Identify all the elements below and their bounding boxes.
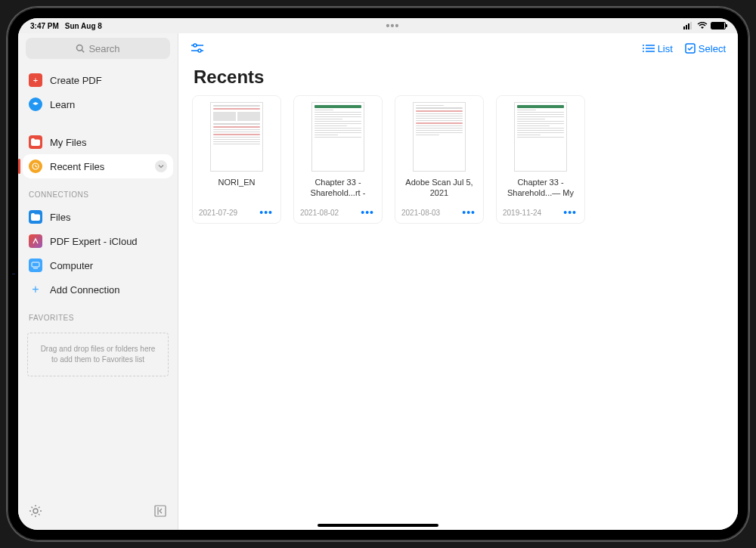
create-pdf-icon: + (29, 73, 42, 87)
search-input[interactable]: Search (26, 38, 170, 59)
list-icon (643, 44, 655, 53)
sidebar-item-create-pdf[interactable]: + Create PDF (18, 68, 178, 92)
svg-line-5 (82, 50, 85, 52)
file-thumbnail (514, 102, 567, 172)
learn-icon (29, 98, 42, 111)
main-content: List Select Recents NORI_EN (178, 33, 738, 530)
multitask-indicator[interactable]: ••• (102, 20, 683, 32)
battery-icon (711, 22, 726, 29)
settings-button[interactable] (29, 504, 42, 521)
plus-icon: + (29, 283, 42, 296)
sidebar-item-add-connection[interactable]: + Add Connection (18, 277, 178, 302)
file-thumbnail (413, 102, 466, 172)
recents-grid: NORI_EN 2021-07-29 ••• Chapter 33 - Shar… (178, 95, 738, 224)
status-date: Sun Aug 8 (65, 22, 102, 30)
status-bar: 3:47 PM Sun Aug 8 ••• (18, 18, 738, 33)
file-more-button[interactable]: ••• (562, 206, 578, 218)
page-title: Recents (178, 63, 738, 95)
select-icon (685, 43, 696, 54)
svg-rect-3 (690, 22, 692, 29)
file-name: Adobe Scan Jul 5, 2021 (401, 178, 477, 199)
toolbar: List Select (178, 33, 738, 63)
select-label: Select (699, 43, 726, 54)
sidebar-label: PDF Expert - iCloud (50, 236, 138, 247)
sidebar-item-learn[interactable]: Learn (18, 92, 178, 116)
wifi-icon (697, 22, 708, 29)
sidebar-item-recent-files[interactable]: Recent Files (23, 154, 173, 178)
file-date: 2021-07-29 (199, 209, 237, 217)
sidebar-label: Add Connection (50, 284, 120, 296)
svg-point-19 (643, 45, 644, 46)
svg-rect-0 (683, 26, 685, 29)
svg-point-13 (194, 44, 197, 47)
select-button[interactable]: Select (685, 43, 726, 54)
signal-icon (683, 22, 694, 29)
file-name: Chapter 33 - Sharehold...rt - iCloud (300, 178, 376, 199)
file-date: 2021-08-02 (300, 209, 339, 217)
file-card[interactable]: NORI_EN 2021-07-29 ••• (192, 95, 281, 224)
file-date: 2021-08-03 (401, 209, 440, 217)
file-name: NORI_EN (218, 178, 256, 199)
connections-heading: CONNECTIONS (18, 180, 178, 203)
file-thumbnail (311, 102, 364, 172)
svg-point-9 (33, 509, 38, 513)
file-card[interactable]: Chapter 33 - Sharehold...— My Files 2019… (496, 95, 585, 224)
list-view-button[interactable]: List (643, 43, 673, 54)
files-app-icon (29, 210, 42, 224)
svg-point-15 (198, 49, 201, 52)
search-icon (76, 44, 85, 53)
pdfexpert-icon (29, 234, 42, 248)
file-card[interactable]: Chapter 33 - Sharehold...rt - iCloud 202… (293, 95, 383, 224)
svg-rect-1 (686, 25, 687, 29)
clock-icon (29, 159, 42, 173)
status-time: 3:47 PM (30, 22, 59, 30)
sidebar-item-computer[interactable]: Computer (18, 253, 178, 277)
filter-button[interactable] (191, 43, 204, 54)
sidebar-label: Recent Files (50, 161, 104, 172)
svg-rect-10 (155, 506, 166, 516)
search-placeholder: Search (88, 43, 119, 54)
sidebar-label: My Files (50, 137, 86, 148)
sidebar: Search + Create PDF Learn (18, 33, 178, 530)
svg-point-4 (77, 45, 83, 51)
sidebar-label: Computer (50, 260, 93, 271)
sidebar-item-pdfexpert-icloud[interactable]: PDF Expert - iCloud (18, 229, 178, 253)
file-card[interactable]: Adobe Scan Jul 5, 2021 2021-08-03 ••• (395, 95, 484, 224)
file-thumbnail (210, 102, 263, 172)
favorites-dropzone[interactable]: Drag and drop files or folders here to a… (27, 333, 169, 376)
file-name: Chapter 33 - Sharehold...— My Files (503, 178, 578, 199)
svg-point-21 (643, 51, 644, 52)
sidebar-label: Files (50, 212, 70, 223)
favorites-heading: FAVORITES (18, 303, 178, 327)
computer-icon (29, 259, 42, 272)
svg-rect-7 (32, 262, 39, 267)
sidebar-label: Create PDF (50, 75, 102, 86)
home-indicator[interactable] (318, 524, 438, 527)
sidebar-collapse-button[interactable] (153, 504, 167, 521)
multitask-dots: ·· (12, 273, 15, 276)
file-more-button[interactable]: ••• (258, 206, 274, 218)
folder-icon (29, 135, 42, 149)
sidebar-item-files[interactable]: Files (18, 205, 178, 229)
sidebar-item-my-files[interactable]: My Files (18, 130, 178, 154)
file-more-button[interactable]: ••• (460, 206, 477, 218)
list-label: List (658, 43, 673, 54)
file-date: 2019-11-24 (503, 209, 541, 217)
svg-point-20 (643, 48, 644, 49)
chevron-down-icon[interactable] (155, 160, 167, 172)
svg-rect-2 (688, 23, 689, 29)
sidebar-label: Learn (50, 99, 75, 110)
file-more-button[interactable]: ••• (359, 206, 376, 218)
